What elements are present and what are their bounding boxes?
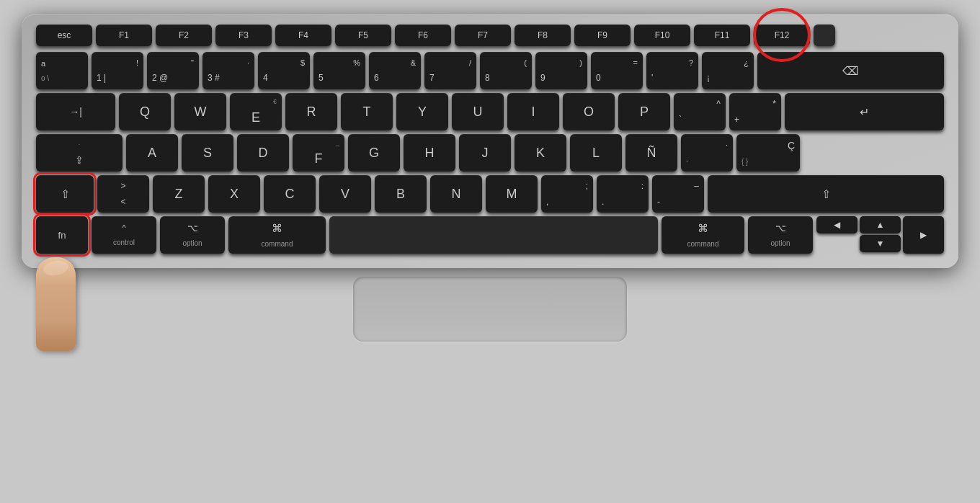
key-f1[interactable]: F1 (96, 25, 152, 46)
key-enter[interactable]: ↵ (785, 93, 944, 130)
key-minus[interactable]: ? ' (646, 52, 698, 89)
key-f7[interactable]: F7 (455, 25, 511, 46)
key-f5[interactable]: F5 (335, 25, 391, 46)
number-key-row: a o \ ! 1 | " 2 @ · 3 # $ 4 % 5 (36, 52, 944, 89)
key-j[interactable]: J (459, 134, 511, 172)
key-arrow-up-down: ▲ ▼ (860, 216, 901, 254)
key-option-left[interactable]: ⌥ option (160, 216, 225, 254)
key-g[interactable]: G (348, 134, 400, 172)
key-backslash[interactable]: Ç { } (736, 134, 800, 172)
key-t[interactable]: T (341, 93, 393, 130)
zxcv-key-row: ⇧ > < Z X C V B N (36, 175, 944, 213)
key-control[interactable]: ^ control (92, 216, 156, 254)
key-a[interactable]: A (126, 134, 178, 172)
key-e[interactable]: € E (230, 93, 282, 130)
key-o[interactable]: O (563, 93, 615, 130)
key-f12[interactable]: F12 (754, 25, 810, 46)
key-equal[interactable]: ¿ ¡ (702, 52, 754, 89)
key-semicolon[interactable]: Ñ (625, 134, 677, 172)
key-8[interactable]: ( 8 (480, 52, 532, 89)
key-z[interactable]: Z (153, 175, 205, 213)
key-2[interactable]: " 2 @ (147, 52, 199, 89)
key-w[interactable]: W (174, 93, 226, 130)
key-period[interactable]: : . (597, 175, 649, 213)
key-backspace[interactable]: ⌫ (757, 52, 944, 89)
speaker-grille-left (25, 58, 37, 288)
key-option-right[interactable]: ⌥ option (748, 216, 813, 254)
key-5[interactable]: % 5 (313, 52, 365, 89)
key-command-right[interactable]: ⌘ command (662, 216, 744, 254)
key-arrow-down[interactable]: ▼ (860, 235, 901, 252)
key-comma[interactable]: ; , (541, 175, 593, 213)
key-f3[interactable]: F3 (215, 25, 272, 46)
key-caps[interactable]: · ⇪ (36, 134, 122, 172)
asdf-key-row: · ⇪ A S D _ F G H J (36, 134, 944, 172)
key-tab[interactable]: →| (36, 93, 115, 130)
key-arrow-up[interactable]: ▲ (860, 216, 901, 233)
key-grave[interactable]: a o \ (36, 52, 88, 89)
key-f11[interactable]: F11 (694, 25, 750, 46)
key-arrow-left[interactable]: ◀ (816, 216, 858, 233)
key-x[interactable]: X (208, 175, 260, 213)
key-rshift[interactable]: ⇧ (708, 175, 944, 213)
key-1[interactable]: ! 1 | (92, 52, 143, 89)
key-y[interactable]: Y (396, 93, 448, 130)
key-quote[interactable]: · · (681, 134, 733, 172)
key-n[interactable]: N (430, 175, 482, 213)
key-f4[interactable]: F4 (275, 25, 331, 46)
key-lshift[interactable]: ⇧ (36, 175, 94, 213)
key-fn[interactable]: fn (36, 216, 88, 254)
key-k[interactable]: K (514, 134, 566, 172)
key-h[interactable]: H (404, 134, 455, 172)
key-p[interactable]: P (618, 93, 670, 130)
key-7[interactable]: / 7 (424, 52, 476, 89)
qwerty-key-row: →| Q W € E R T Y U (36, 93, 944, 130)
arrow-cluster: ◀ ▲ ▼ ▶ (816, 216, 944, 254)
key-power[interactable] (814, 25, 835, 46)
bottom-key-row: fn ^ control ⌥ option ⌘ command (36, 216, 944, 254)
key-q[interactable]: Q (119, 93, 171, 130)
key-f6[interactable]: F6 (395, 25, 451, 46)
keyboard-body: esc F1 F2 F3 F4 F5 F6 F7 (22, 14, 958, 268)
key-r[interactable]: R (285, 93, 337, 130)
key-i[interactable]: I (507, 93, 559, 130)
key-iso[interactable]: > < (97, 175, 149, 213)
key-l[interactable]: L (570, 134, 622, 172)
key-space[interactable] (329, 216, 658, 254)
key-lbracket[interactable]: ^ ` (674, 93, 726, 130)
key-esc[interactable]: esc (36, 25, 92, 46)
key-b[interactable]: B (375, 175, 427, 213)
key-rbracket[interactable]: * + (729, 93, 781, 130)
finger-illustration (32, 257, 97, 358)
key-9[interactable]: ) 9 (535, 52, 587, 89)
key-f9[interactable]: F9 (574, 25, 631, 46)
key-c[interactable]: C (264, 175, 316, 213)
key-slash[interactable]: – - (652, 175, 704, 213)
key-f[interactable]: _ F (293, 134, 344, 172)
key-command-left[interactable]: ⌘ command (228, 216, 326, 254)
fn-key-row: esc F1 F2 F3 F4 F5 F6 F7 (36, 25, 944, 46)
key-0[interactable]: = 0 (591, 52, 643, 89)
key-f10[interactable]: F10 (634, 25, 690, 46)
key-v[interactable]: V (319, 175, 371, 213)
key-4[interactable]: $ 4 (258, 52, 310, 89)
key-u[interactable]: U (452, 93, 504, 130)
key-f2[interactable]: F2 (156, 25, 212, 46)
key-d[interactable]: D (237, 134, 289, 172)
keyboard-container: esc F1 F2 F3 F4 F5 F6 F7 (22, 14, 958, 342)
key-3[interactable]: · 3 # (202, 52, 254, 89)
key-6[interactable]: & 6 (369, 52, 421, 89)
key-m[interactable]: M (486, 175, 538, 213)
key-arrow-right[interactable]: ▶ (903, 216, 944, 254)
trackpad[interactable] (353, 277, 627, 342)
key-s[interactable]: S (182, 134, 233, 172)
key-f8[interactable]: F8 (514, 25, 571, 46)
